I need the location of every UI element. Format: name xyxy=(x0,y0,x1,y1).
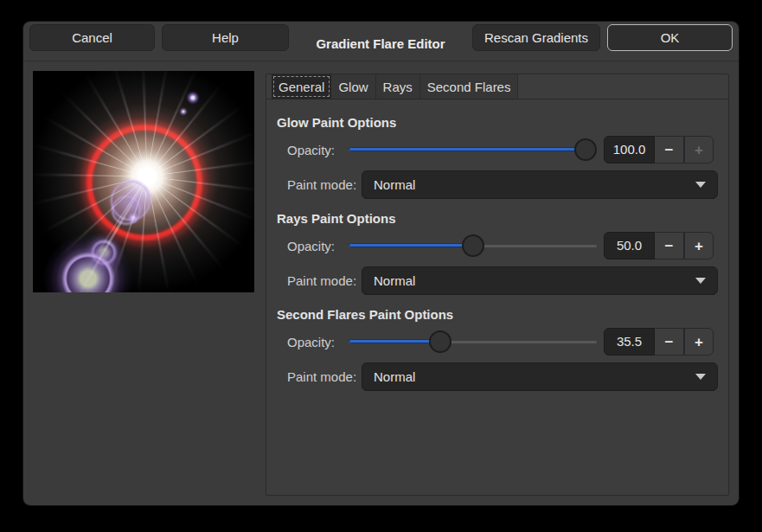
dialog-header: Cancel Help Gradient Flare Editor Rescan… xyxy=(23,22,739,61)
chevron-down-icon xyxy=(695,278,706,284)
paint-mode-dropdown[interactable]: Normal xyxy=(362,266,718,295)
ok-button[interactable]: OK xyxy=(607,24,733,51)
help-button[interactable]: Help xyxy=(162,24,289,51)
opacity-slider[interactable] xyxy=(349,136,597,163)
opacity-row: Opacity: 50.0 − + xyxy=(287,232,714,260)
slider-thumb[interactable] xyxy=(462,234,484,257)
slider-thumb[interactable] xyxy=(574,138,597,161)
chevron-down-icon xyxy=(695,374,706,380)
section-title: Glow Paint Options xyxy=(277,115,714,131)
opacity-entry[interactable]: 100.0 xyxy=(604,136,655,163)
cancel-button[interactable]: Cancel xyxy=(29,24,155,51)
opacity-row: Opacity: 35.5 − + xyxy=(287,328,714,356)
opacity-spinner: 35.5 − + xyxy=(604,328,714,356)
plus-icon: + xyxy=(695,335,703,349)
settings-notebook: General Glow Rays Second Flares Glow Pai… xyxy=(266,74,729,496)
paint-mode-dropdown[interactable]: Normal xyxy=(362,362,718,391)
chevron-down-icon xyxy=(695,182,706,188)
minus-button[interactable]: − xyxy=(655,328,684,356)
paint-mode-label: Paint mode: xyxy=(287,369,362,384)
opacity-spinner: 100.0 − + xyxy=(604,136,714,163)
opacity-label: Opacity: xyxy=(287,239,349,253)
tab-rays[interactable]: Rays xyxy=(375,74,419,99)
minus-icon: − xyxy=(665,335,674,349)
opacity-entry[interactable]: 50.0 xyxy=(604,232,655,260)
paint-mode-row: Paint mode: Normal xyxy=(287,266,714,295)
slider-fill xyxy=(349,243,473,247)
paint-mode-value: Normal xyxy=(362,273,415,288)
minus-icon: − xyxy=(665,143,674,157)
opacity-label: Opacity: xyxy=(287,335,349,349)
paint-mode-dropdown[interactable]: Normal xyxy=(362,170,718,199)
opacity-entry[interactable]: 35.5 xyxy=(604,328,655,356)
paint-mode-value: Normal xyxy=(362,369,415,384)
paint-mode-row: Paint mode: Normal xyxy=(287,362,714,391)
dialog-title: Gradient Flare Editor xyxy=(296,36,465,51)
plus-icon: + xyxy=(695,239,703,253)
general-tab-panel: Glow Paint Options Opacity: 100.0 − + xyxy=(266,115,728,391)
tab-glow[interactable]: Glow xyxy=(331,74,375,99)
slider-fill xyxy=(349,147,586,151)
tab-bar: General Glow Rays Second Flares xyxy=(266,74,728,99)
plus-icon: + xyxy=(695,143,703,157)
flare-rays xyxy=(33,71,254,292)
minus-icon: − xyxy=(665,239,674,253)
second-flares-paint-options-section: Second Flares Paint Options Opacity: 35.… xyxy=(277,307,714,391)
paint-mode-label: Paint mode: xyxy=(287,177,362,192)
slider-thumb[interactable] xyxy=(429,330,451,353)
tab-general[interactable]: General xyxy=(272,74,331,99)
minus-button[interactable]: − xyxy=(655,136,684,163)
paint-mode-value: Normal xyxy=(362,177,415,192)
opacity-row: Opacity: 100.0 − + xyxy=(287,136,714,163)
paint-mode-row: Paint mode: Normal xyxy=(287,170,714,199)
minus-button[interactable]: − xyxy=(655,232,684,260)
paint-mode-label: Paint mode: xyxy=(287,273,362,288)
plus-button[interactable]: + xyxy=(684,136,714,163)
tab-second-flares[interactable]: Second Flares xyxy=(419,74,519,99)
opacity-label: Opacity: xyxy=(287,143,349,157)
section-title: Rays Paint Options xyxy=(277,211,714,227)
slider-fill xyxy=(349,339,440,343)
flare-preview xyxy=(33,71,254,292)
opacity-slider[interactable] xyxy=(349,232,597,260)
rays-paint-options-section: Rays Paint Options Opacity: 50.0 − + xyxy=(277,211,714,295)
plus-button[interactable]: + xyxy=(684,328,714,356)
glow-paint-options-section: Glow Paint Options Opacity: 100.0 − + xyxy=(277,115,714,199)
plus-button[interactable]: + xyxy=(684,232,714,260)
section-title: Second Flares Paint Options xyxy=(277,307,714,323)
rescan-gradients-button[interactable]: Rescan Gradients xyxy=(472,24,600,51)
opacity-slider[interactable] xyxy=(349,328,597,356)
opacity-spinner: 50.0 − + xyxy=(604,232,714,260)
gradient-flare-editor-dialog: Cancel Help Gradient Flare Editor Rescan… xyxy=(23,22,739,505)
